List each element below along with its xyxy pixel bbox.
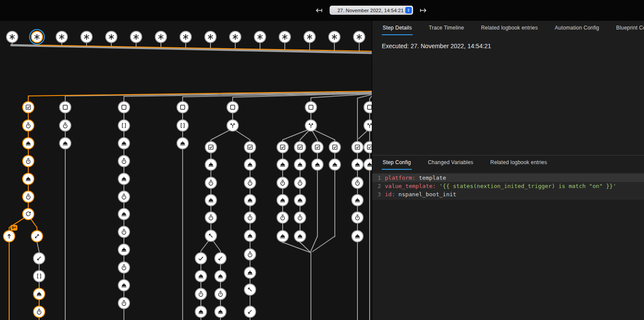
trace-node-timer[interactable] (195, 288, 207, 300)
trace-node-brackets[interactable] (177, 119, 189, 132)
trace-node-bell[interactable] (214, 306, 227, 318)
trace-node-square[interactable] (59, 101, 71, 113)
trace-node-timer[interactable] (205, 211, 217, 224)
trace-node-bell[interactable] (329, 158, 341, 171)
trace-node-asterisk[interactable] (229, 31, 241, 43)
trace-node-asterisk[interactable] (180, 31, 192, 43)
trace-node-bell[interactable] (195, 270, 207, 282)
trace-node-asterisk[interactable] (204, 31, 217, 43)
trace-node-asterisk[interactable] (105, 31, 117, 43)
trace-node-bell[interactable] (277, 230, 289, 242)
trace-node-brackets[interactable] (33, 270, 45, 282)
trace-node-asterisk[interactable] (56, 31, 68, 43)
trace-node-asterisk[interactable] (80, 31, 93, 43)
tab-changed-variables[interactable]: Changed Variables (427, 155, 474, 170)
trace-node-condition[interactable] (311, 141, 324, 153)
tab-step-config[interactable]: Step Config (382, 155, 412, 170)
trace-node-arrow-bottom-left[interactable] (244, 306, 256, 318)
trace-node-asterisk[interactable] (31, 31, 43, 43)
trace-node-square[interactable] (227, 101, 239, 113)
trace-node-timer[interactable] (118, 191, 130, 203)
tab-automation-config[interactable]: Automation Config (554, 21, 600, 35)
trace-node-timer[interactable] (118, 261, 130, 274)
trace-node-arrow-bottom-left[interactable] (33, 252, 45, 264)
trace-node-arrow-bottom-left[interactable] (214, 252, 227, 264)
trace-node-timer[interactable] (118, 155, 130, 167)
trace-node-timer[interactable] (294, 211, 306, 224)
run-picker-select[interactable]: 27. November 2022, 14:54:21 (330, 6, 413, 15)
trace-node-timer[interactable] (59, 119, 71, 132)
trace-node-bell[interactable] (195, 306, 207, 318)
trace-node-bell[interactable] (244, 194, 256, 206)
trace-node-asterisk[interactable] (353, 31, 365, 43)
trace-node-timer[interactable] (244, 177, 256, 189)
trace-node-asterisk[interactable] (279, 31, 291, 43)
trace-node-square[interactable] (177, 101, 189, 113)
trace-node-bell[interactable] (351, 230, 364, 242)
trace-node-timer[interactable] (351, 211, 364, 224)
trace-node-condition[interactable] (244, 141, 256, 153)
trace-node-timer[interactable] (205, 177, 217, 189)
trace-node-asterisk[interactable] (155, 31, 167, 43)
trace-node-bell[interactable] (22, 173, 34, 185)
trace-node-bell[interactable] (118, 173, 130, 185)
trace-node-arrow-up[interactable] (3, 230, 15, 242)
trace-node-square[interactable] (118, 101, 130, 113)
trace-node-condition[interactable] (205, 141, 217, 153)
trace-node-parallel[interactable] (31, 230, 43, 242)
trace-node-bell[interactable] (277, 194, 289, 206)
trace-node-bell[interactable] (33, 288, 45, 300)
next-run-button[interactable] (419, 6, 428, 15)
trace-node-condition[interactable] (294, 141, 306, 153)
trace-node-bell[interactable] (294, 194, 306, 206)
trace-node-timer[interactable] (244, 248, 256, 261)
trace-node-bell[interactable] (205, 194, 217, 206)
trace-node-bell[interactable] (244, 158, 256, 171)
trace-node-timer[interactable] (244, 211, 256, 224)
trace-node-timer[interactable] (351, 177, 364, 189)
tab-trace-timeline[interactable]: Trace Timeline (428, 21, 465, 35)
trace-node-bell[interactable] (277, 158, 289, 171)
trace-node-bell[interactable] (244, 267, 256, 279)
trace-node-condition[interactable] (351, 141, 364, 153)
trace-node-asterisk[interactable] (130, 31, 142, 43)
trace-node-arrow-top-left[interactable] (205, 230, 217, 242)
trace-node-asterisk[interactable] (6, 31, 18, 43)
trace-node-asterisk[interactable] (304, 31, 316, 43)
trace-node-timer[interactable] (214, 288, 227, 300)
trace-node-bell[interactable] (22, 137, 34, 149)
trace-node-bell[interactable] (59, 137, 71, 149)
trace-node-timer[interactable] (22, 119, 34, 132)
trace-node-check-arrow[interactable] (195, 252, 207, 264)
trace-node-bell[interactable] (294, 230, 306, 242)
trace-node-choose[interactable] (227, 119, 239, 132)
tab-blueprint-config[interactable]: Blueprint Config (615, 21, 644, 35)
trace-node-bell[interactable] (118, 244, 130, 256)
trace-node-timer[interactable] (118, 226, 130, 238)
trace-node-condition[interactable] (277, 141, 289, 153)
tab-related-logbook-entries[interactable]: Related logbook entries (490, 155, 548, 170)
tab-related-logbook-entries[interactable]: Related logbook entries (480, 21, 539, 35)
previous-run-button[interactable] (314, 6, 324, 15)
trace-node-bell[interactable] (294, 158, 306, 171)
trace-node-timer[interactable] (22, 155, 34, 167)
trace-node-bell[interactable] (351, 194, 364, 206)
trace-node-condition[interactable] (22, 101, 34, 113)
trace-node-bell[interactable] (118, 279, 130, 291)
trace-node-square[interactable] (305, 101, 317, 113)
trace-node-bell[interactable] (214, 270, 227, 282)
trace-node-asterisk[interactable] (254, 31, 266, 43)
trace-node-timer[interactable] (118, 297, 130, 309)
trace-node-asterisk[interactable] (328, 31, 340, 43)
trace-node-condition[interactable] (329, 141, 341, 153)
trace-node-bell[interactable] (244, 230, 256, 242)
trace-node-timer[interactable] (294, 177, 306, 189)
trace-node-timer[interactable] (22, 191, 34, 203)
trace-node-bell[interactable] (118, 137, 130, 149)
trace-node-brackets[interactable] (118, 119, 130, 132)
trace-node-arrow-top-left[interactable] (244, 284, 256, 296)
trace-node-bell[interactable] (205, 158, 217, 171)
trace-node-timer[interactable] (33, 306, 45, 318)
trace-node-repeat[interactable] (22, 208, 34, 220)
trace-node-bell[interactable] (311, 158, 324, 171)
